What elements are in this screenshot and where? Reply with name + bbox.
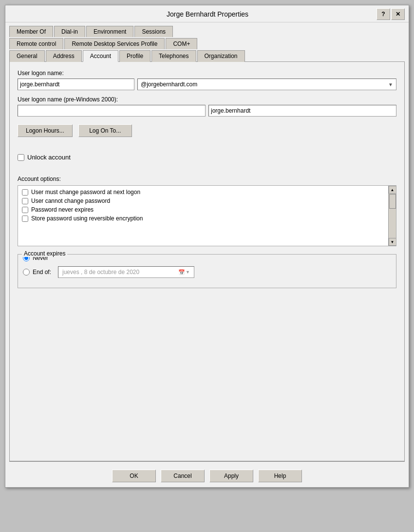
logon-domain-dropdown[interactable]: @jorgebernhardt.com ▼ [137, 79, 396, 90]
logon-hours-button[interactable]: Logon Hours... [18, 124, 73, 137]
logon-domain-value: @jorgebernhardt.com [141, 81, 197, 88]
tab-com-plus[interactable]: COM+ [166, 38, 197, 49]
pre2000-row [18, 105, 396, 117]
account-options-box: User must change password at next logon … [18, 185, 396, 246]
tab-account[interactable]: Account [83, 50, 118, 62]
end-of-label: End of: [33, 269, 51, 276]
tab-sessions[interactable]: Sessions [134, 26, 173, 37]
content-area: User logon name: @jorgebernhardt.com ▼ U… [9, 61, 405, 461]
logon-username-input[interactable] [18, 79, 134, 90]
title-bar-buttons: ? ✕ [376, 8, 405, 20]
cancel-button[interactable]: Cancel [161, 470, 205, 482]
end-of-radio[interactable] [23, 269, 30, 276]
unlock-account-checkbox[interactable] [18, 154, 24, 161]
domain-dropdown-arrow: ▼ [388, 82, 393, 87]
footer-divider [9, 461, 405, 462]
account-expires-section: Account expires Never End of: jueves , 8… [18, 254, 396, 288]
tabs-row3: General Address Account Profile Telephon… [9, 50, 405, 61]
unlock-account-row: Unlock account [18, 154, 396, 161]
close-title-button[interactable]: ✕ [391, 8, 405, 20]
option-item-3: Store password using reversible encrypti… [20, 214, 386, 223]
pre2000-domain-input[interactable] [18, 105, 206, 117]
option-label-1: User cannot change password [31, 197, 110, 204]
account-options-list: User must change password at next logon … [18, 186, 396, 225]
date-picker[interactable]: jueves , 8 de octubre de 2020 📅▼ [58, 266, 194, 278]
scroll-down-btn[interactable]: ▼ [389, 238, 396, 246]
tab-organization[interactable]: Organization [197, 50, 245, 62]
help-title-button[interactable]: ? [376, 8, 390, 20]
window-title: Jorge Bernhardt Properties [38, 10, 376, 18]
tab-dial-in[interactable]: Dial-in [54, 26, 85, 37]
account-expires-legend: Account expires [22, 250, 67, 257]
option-label-2: Password never expires [31, 206, 94, 213]
logon-name-row: @jorgebernhardt.com ▼ [18, 79, 396, 90]
tab-remote-control[interactable]: Remote control [9, 38, 63, 49]
option-label-3: Store password using reversible encrypti… [31, 215, 143, 222]
log-on-to-button[interactable]: Log On To... [78, 124, 132, 137]
expires-group: Never End of: jueves , 8 de octubre de 2… [23, 255, 391, 278]
tabs-row1: Member Of Dial-in Environment Sessions [9, 25, 405, 37]
tab-telephones[interactable]: Telephones [151, 50, 196, 62]
option-checkbox-0[interactable] [22, 189, 28, 196]
calendar-icon[interactable]: 📅▼ [178, 269, 190, 276]
option-item-0: User must change password at next logon [20, 188, 386, 197]
tab-general[interactable]: General [9, 50, 45, 62]
tab-profile[interactable]: Profile [119, 50, 151, 62]
never-radio-row: Never [23, 255, 391, 261]
logon-buttons-row: Logon Hours... Log On To... [18, 124, 396, 137]
ok-button[interactable]: OK [112, 470, 156, 482]
scroll-thumb[interactable] [389, 194, 396, 209]
option-checkbox-3[interactable] [22, 216, 28, 222]
tab-address[interactable]: Address [46, 50, 82, 62]
account-options-label: Account options: [18, 176, 396, 182]
tab-member-of[interactable]: Member Of [9, 26, 53, 37]
scroll-up-btn[interactable]: ▲ [389, 186, 396, 194]
pre2000-label: User logon name (pre-Windows 2000): [18, 96, 396, 103]
tab-rdp-profile[interactable]: Remote Desktop Services Profile [64, 38, 165, 49]
tab-environment[interactable]: Environment [86, 26, 133, 37]
help-button[interactable]: Help [258, 470, 302, 482]
tabs-row1-container: Member Of Dial-in Environment Sessions R… [5, 22, 409, 61]
main-window: Jorge Bernhardt Properties ? ✕ Member Of… [5, 5, 409, 488]
title-bar: Jorge Bernhardt Properties ? ✕ [5, 5, 409, 22]
option-checkbox-1[interactable] [22, 198, 28, 204]
unlock-account-label: Unlock account [27, 154, 71, 161]
scroll-track [389, 209, 396, 238]
tabs-row2: Remote control Remote Desktop Services P… [9, 38, 405, 49]
apply-button[interactable]: Apply [209, 470, 253, 482]
option-checkbox-2[interactable] [22, 207, 28, 213]
pre2000-username-input[interactable] [208, 105, 396, 117]
end-of-radio-row: End of: jueves , 8 de octubre de 2020 📅▼ [23, 266, 391, 278]
option-item-1: User cannot change password [20, 197, 386, 205]
footer-buttons: OK Cancel Apply Help [5, 465, 409, 487]
option-label-0: User must change password at next logon [31, 189, 140, 196]
options-scrollbar[interactable]: ▲ ▼ [388, 186, 396, 246]
option-item-2: Password never expires [20, 205, 386, 214]
date-value: jueves , 8 de octubre de 2020 [62, 269, 139, 276]
logon-name-label: User logon name: [18, 70, 396, 77]
